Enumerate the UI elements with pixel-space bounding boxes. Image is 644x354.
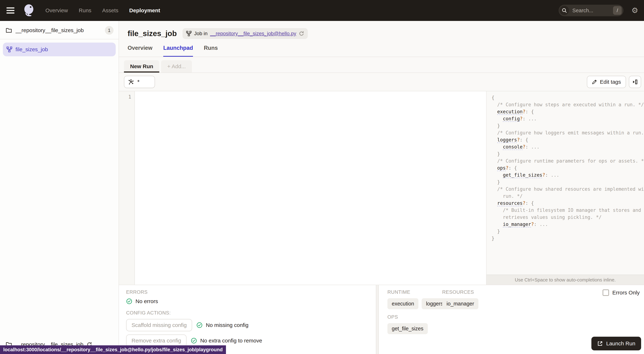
ops-chip-get-file-sizes[interactable]: get_file_sizes	[388, 323, 428, 334]
runtime-heading: RUNTIME	[388, 289, 442, 295]
search-placeholder: Search...	[572, 8, 613, 14]
missing-config-status-text: No missing config	[206, 322, 248, 328]
errors-status-row: No errors	[126, 298, 376, 304]
job-icon	[6, 47, 12, 52]
errors-section: ERRORS No errors CONFIG ACTIONS: Scaffol…	[119, 285, 376, 354]
autocomplete-hint: Use Ctrl+Space to show auto-completions …	[486, 275, 644, 285]
job-pill-prefix: Job in	[194, 31, 208, 37]
job-origin-pill: Job in __repository__file_sizes_job@hell…	[182, 28, 308, 39]
pencil-icon	[592, 79, 597, 84]
op-selector-icon	[128, 79, 134, 85]
dagster-logo-icon	[22, 4, 35, 17]
op-selector-input[interactable]: *	[124, 76, 155, 88]
check-circle-icon	[126, 298, 132, 304]
ops-group: OPS get_file_sizes	[388, 314, 644, 334]
config-actions-heading: CONFIG ACTIONS:	[126, 310, 376, 316]
folder-icon	[6, 28, 12, 33]
bottom-panel-splitter[interactable]	[376, 285, 379, 354]
resources-group: RESOURCES io_manager	[442, 289, 478, 314]
tab-launchpad[interactable]: Launchpad	[163, 45, 193, 57]
sidebar-divider	[0, 39, 118, 39]
edit-tags-button[interactable]: Edit tags	[587, 76, 626, 88]
gear-icon[interactable]: ⚙	[632, 7, 638, 14]
remove-extra-config-button[interactable]: Remove extra config	[126, 334, 186, 347]
search-input[interactable]: Search... /	[558, 5, 624, 16]
search-shortcut-badge: /	[613, 6, 622, 15]
editor-gutter: 1	[119, 91, 135, 285]
extra-config-status: No extra config to remove	[191, 337, 262, 344]
ops-chips: get_file_sizes	[388, 323, 644, 334]
nav-item-runs[interactable]: Runs	[79, 8, 91, 14]
missing-config-status: No missing config	[196, 322, 248, 328]
session-tab-add[interactable]: + Add...	[161, 60, 192, 73]
scaffold-missing-config-button[interactable]: Scaffold missing config	[126, 319, 192, 331]
page-header: file_sizes_job Job in __repository__file…	[119, 21, 644, 57]
hamburger-menu-icon[interactable]	[6, 8, 14, 14]
session-tabs: New Run + Add...	[119, 57, 644, 73]
session-tab-new-run[interactable]: New Run	[124, 60, 159, 73]
launch-run-label: Launch Run	[606, 340, 635, 346]
repo-count-badge: 1	[105, 26, 114, 35]
launch-run-button[interactable]: Launch Run	[592, 337, 641, 350]
nav-item-deployment[interactable]: Deployment	[129, 8, 160, 14]
bottom-panel: ERRORS No errors CONFIG ACTIONS: Scaffol…	[119, 285, 644, 354]
check-circle-icon	[191, 337, 197, 344]
errors-status-text: No errors	[136, 298, 158, 304]
expand-panel-button[interactable]	[629, 76, 641, 88]
scaffold-config-row: Scaffold missing config No missing confi…	[126, 319, 376, 331]
extra-config-status-text: No extra config to remove	[200, 337, 262, 344]
nav-links: Overview Runs Assets Deployment	[46, 8, 160, 14]
op-selector-value: *	[137, 79, 140, 85]
job-origin-link[interactable]: __repository__file_sizes_job@hello.py	[210, 31, 296, 37]
page-title: file_sizes_job	[128, 29, 177, 38]
panel-right-icon	[632, 79, 638, 85]
resources-heading: RESOURCES	[442, 289, 478, 295]
sidebar-repo-group[interactable]: __repository__file_sizes_job 1	[0, 21, 118, 39]
page-body: __repository__file_sizes_job 1 file_size…	[0, 21, 644, 354]
ops-heading: OPS	[388, 314, 644, 320]
resources-chips: io_manager	[442, 298, 478, 309]
tabs-row: Overview Launchpad Runs	[119, 45, 644, 57]
launchpad-toolbar: * Edit tags	[119, 73, 644, 91]
nav-right: Search... / ⚙	[558, 5, 638, 16]
reload-icon[interactable]	[299, 31, 304, 36]
nav-item-overview[interactable]: Overview	[46, 8, 68, 14]
run-preview-section: RUNTIME execution loggers RESOURCES io_m…	[379, 285, 644, 354]
app-root: Overview Runs Assets Deployment Search..…	[0, 0, 644, 354]
nav-item-assets[interactable]: Assets	[102, 8, 118, 14]
link-preview-statusbar: localhost:3000/locations/__repository__f…	[0, 345, 226, 354]
runtime-chips: execution loggers	[388, 298, 442, 309]
line-number: 1	[128, 94, 131, 100]
config-editor[interactable]	[135, 91, 486, 285]
top-nav: Overview Runs Assets Deployment Search..…	[0, 0, 644, 21]
check-circle-icon	[196, 322, 202, 328]
errors-heading: ERRORS	[126, 289, 376, 295]
sidebar-item-file-sizes-job[interactable]: file_sizes_job	[3, 43, 116, 56]
sidebar-item-label: file_sizes_job	[16, 46, 48, 53]
errors-only-toggle[interactable]: Errors Only	[602, 289, 640, 296]
repo-group-label: __repository__file_sizes_job	[16, 27, 101, 33]
editor-split: 1 { /* Configure how steps are executed …	[119, 91, 644, 285]
edit-tags-label: Edit tags	[600, 79, 621, 85]
launch-icon	[597, 341, 603, 346]
runtime-group: RUNTIME execution loggers	[388, 289, 442, 314]
title-row: file_sizes_job Job in __repository__file…	[119, 28, 644, 39]
config-schema-lines: { /* Configure how steps are executed wi…	[486, 91, 644, 275]
tab-runs[interactable]: Runs	[204, 45, 218, 57]
job-icon	[186, 31, 192, 36]
runtime-chip-execution[interactable]: execution	[388, 298, 418, 309]
remove-config-row: Remove extra config No extra config to r…	[126, 334, 376, 347]
tab-overview[interactable]: Overview	[128, 45, 152, 57]
search-icon	[560, 6, 569, 15]
config-schema-panel: { /* Configure how steps are executed wi…	[486, 91, 644, 285]
dagster-logo[interactable]	[22, 4, 35, 17]
main-content: file_sizes_job Job in __repository__file…	[119, 21, 644, 354]
resources-chip-io-manager[interactable]: io_manager	[442, 298, 478, 309]
errors-only-checkbox[interactable]	[602, 289, 609, 296]
sidebar: __repository__file_sizes_job 1 file_size…	[0, 21, 119, 354]
errors-only-label: Errors Only	[612, 290, 640, 296]
